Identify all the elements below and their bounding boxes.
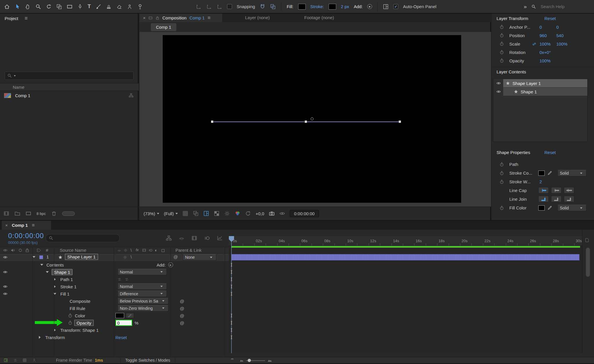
snapshot-camera-icon[interactable] xyxy=(269,211,275,216)
project-item-comp1[interactable]: Comp 1 xyxy=(0,91,139,100)
fill-label[interactable]: Fill: xyxy=(287,4,293,9)
stopwatch-icon[interactable] xyxy=(499,41,504,46)
effects-switch-icon[interactable]: fx xyxy=(136,248,139,252)
row-transform[interactable]: Transform Reset xyxy=(0,334,229,341)
layer-duration-bar[interactable] xyxy=(231,254,579,260)
current-timecode[interactable]: 0:00:00:00 xyxy=(8,232,44,240)
eye-icon[interactable] xyxy=(3,270,8,274)
motion-blur-icon[interactable] xyxy=(204,235,210,241)
expand-transfer-controls-icon[interactable] xyxy=(13,358,17,362)
stopwatch-icon[interactable] xyxy=(68,320,73,325)
transparency-grid-icon[interactable] xyxy=(214,211,220,216)
pickwhip-icon[interactable]: @ xyxy=(180,313,184,318)
auto-open-panel-checkbox[interactable]: ✓ xyxy=(393,4,398,9)
render-engine-pill[interactable] xyxy=(62,211,75,216)
stroke-label[interactable]: Stroke: xyxy=(310,4,324,9)
lock-column-icon[interactable] xyxy=(25,248,30,253)
timeline-tab-comp1[interactable]: × Comp 1 ≡ xyxy=(2,221,51,230)
panel-menu-icon[interactable]: ≡ xyxy=(25,15,28,21)
pickwhip-icon[interactable]: @ xyxy=(180,320,184,325)
composition-frame[interactable] xyxy=(163,35,461,203)
panel-overflow-icon[interactable]: » xyxy=(524,3,527,10)
line-cap-round-button[interactable] xyxy=(551,187,562,193)
lock-icon[interactable] xyxy=(155,16,160,20)
stroke-1-label[interactable]: Stroke 1 xyxy=(60,284,77,289)
color-picker-button[interactable] xyxy=(126,313,134,318)
zoom-tool-icon[interactable] xyxy=(35,4,41,10)
list-item-label[interactable]: Shape 1 xyxy=(521,89,537,94)
transform-shape-label[interactable]: Transform: Shape 1 xyxy=(60,327,99,332)
project-panel-title[interactable]: Project xyxy=(5,16,18,21)
parent-dropdown[interactable]: None xyxy=(183,254,216,260)
row-fill-1[interactable]: Fill 1 Difference xyxy=(0,290,229,297)
chevron-down-icon[interactable] xyxy=(46,271,49,273)
snapping-checkbox[interactable] xyxy=(227,4,232,9)
fill-1-blend-mode-dropdown[interactable]: Difference xyxy=(117,291,167,297)
zoom-in-mountain-icon[interactable] xyxy=(267,358,272,363)
selection-tool-icon[interactable] xyxy=(15,4,20,10)
eye-icon[interactable] xyxy=(3,284,8,289)
fill-color-swatch[interactable] xyxy=(298,4,306,10)
line-cap-butt-button[interactable] xyxy=(538,187,549,193)
clone-stamp-tool-icon[interactable] xyxy=(106,4,112,10)
path-1-label[interactable]: Path 1 xyxy=(60,277,73,282)
stroke-1-blend-mode-dropdown[interactable]: Normal xyxy=(117,283,167,290)
pan-behind-tool-icon[interactable] xyxy=(56,4,62,10)
zoom-out-mountain-icon[interactable] xyxy=(240,358,244,362)
pickwhip-icon[interactable]: @ xyxy=(180,298,184,303)
shape-1-label[interactable]: Shape 1 xyxy=(52,269,73,275)
stopwatch-icon[interactable] xyxy=(499,180,504,184)
color-swatch[interactable] xyxy=(115,313,124,318)
path-operations-icon[interactable] xyxy=(125,277,129,281)
reverse-path-direction-icon[interactable] xyxy=(117,277,122,281)
stroke-type-dropdown[interactable]: Solid xyxy=(557,170,586,176)
grid-options-icon[interactable] xyxy=(182,211,188,216)
anchor-x-value[interactable]: 0 xyxy=(539,25,542,30)
interpret-footage-icon[interactable] xyxy=(3,211,9,216)
rotation-tool-icon[interactable] xyxy=(46,4,52,10)
scale-y-value[interactable]: 100% xyxy=(556,41,567,46)
scale-x-value[interactable]: 100% xyxy=(539,41,550,46)
search-options-caret-icon[interactable] xyxy=(14,75,16,76)
stroke-width-value[interactable]: 2 px xyxy=(341,4,349,9)
stroke-color-swatch[interactable] xyxy=(329,4,336,10)
composition-mini-flowchart-icon[interactable] xyxy=(166,235,172,241)
row-contents[interactable]: Contents Add: ▸ xyxy=(0,261,229,268)
exposure-value[interactable]: +0,0 xyxy=(256,211,264,216)
timeline-zoom-slider-handle[interactable] xyxy=(248,359,251,362)
collapse-transformations-icon[interactable] xyxy=(123,255,127,259)
list-item-shape[interactable]: Shape 1 xyxy=(493,88,588,96)
viewer-stage[interactable] xyxy=(140,32,491,207)
view-axis-mode-icon[interactable] xyxy=(217,4,222,10)
shape-1-blend-mode-dropdown[interactable]: Normal xyxy=(117,269,167,275)
magnification-dropdown[interactable]: (73%) xyxy=(144,211,159,216)
reset-exposure-icon[interactable] xyxy=(245,211,251,216)
home-icon[interactable] xyxy=(4,4,10,10)
exposure-icon[interactable] xyxy=(224,211,230,216)
motion-blur-switch-icon[interactable] xyxy=(148,248,153,252)
panel-menu-icon[interactable]: ≡ xyxy=(208,15,211,21)
project-item-label[interactable]: Comp 1 xyxy=(15,93,30,98)
subtab-comp1[interactable]: Comp 1 xyxy=(151,23,176,31)
layer-label-color-swatch[interactable] xyxy=(39,255,43,259)
transform-reset-link[interactable]: Reset xyxy=(115,335,127,340)
help-search-input[interactable] xyxy=(541,4,590,9)
panel-menu-icon[interactable]: ≡ xyxy=(32,222,35,228)
layer-number-column-header[interactable]: # xyxy=(46,248,48,253)
row-path-1[interactable]: Path 1 xyxy=(0,276,229,283)
shape-tool-icon[interactable] xyxy=(67,4,73,10)
tab-composition[interactable]: × Composition Comp 1 ≡ xyxy=(140,14,222,22)
layer-transform-reset-link[interactable]: Reset xyxy=(544,16,556,21)
snap-edges-icon[interactable] xyxy=(260,4,265,10)
brush-tool-icon[interactable] xyxy=(95,4,101,10)
eye-icon[interactable] xyxy=(496,81,501,86)
expand-render-time-icon[interactable] xyxy=(32,358,36,362)
project-search-box[interactable] xyxy=(5,72,133,80)
eraser-tool-icon[interactable] xyxy=(116,4,122,10)
anchor-y-value[interactable]: 0 xyxy=(556,25,559,30)
stopwatch-icon[interactable] xyxy=(499,58,504,63)
eyedropper-icon[interactable] xyxy=(548,205,552,210)
show-snapshot-icon[interactable] xyxy=(279,211,285,216)
line-join-round-button[interactable] xyxy=(551,196,562,202)
line-join-miter-button[interactable] xyxy=(538,196,549,202)
